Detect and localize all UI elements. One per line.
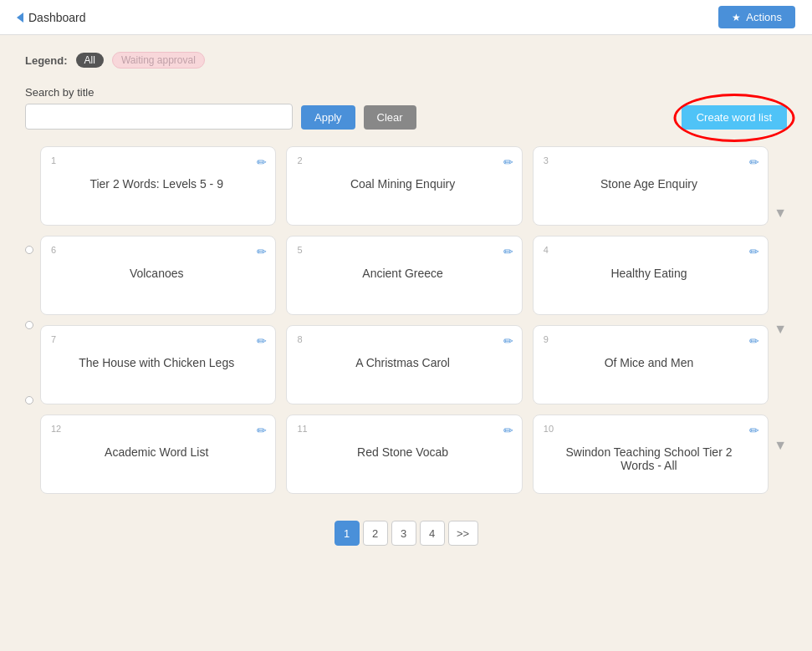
card-edit-icon-3[interactable]: ✏ bbox=[749, 155, 759, 169]
search-section: Search by title Apply Clear Create word … bbox=[25, 85, 787, 130]
card-5[interactable]: 5 ✏ Ancient Greece bbox=[286, 236, 522, 315]
left-scroll-area bbox=[25, 146, 40, 504]
grid-outer: 1 ✏ Tier 2 Words: Levels 5 - 9 2 ✏ Coal … bbox=[25, 146, 787, 504]
page-2-button[interactable]: 2 bbox=[363, 521, 388, 546]
right-scroll-area: ▼ ▼ ▼ bbox=[769, 146, 787, 504]
grid-row-4: 12 ✏ Academic Word List 11 ✏ Red Stone V… bbox=[40, 415, 769, 494]
left-scroll-dot-1[interactable] bbox=[25, 246, 33, 254]
card-number-2: 2 bbox=[297, 155, 302, 165]
right-scroll-arrow-1[interactable]: ▼ bbox=[774, 206, 787, 221]
card-title-11: Red Stone Vocab bbox=[297, 445, 508, 459]
grid-row-2: 6 ✏ Volcanoes 5 ✏ Ancient Greece 4 ✏ Hea… bbox=[40, 236, 769, 315]
card-number-7: 7 bbox=[51, 334, 56, 344]
apply-button[interactable]: Apply bbox=[301, 105, 355, 130]
main-content: Legend: All Waiting approval Search by t… bbox=[0, 35, 812, 562]
page-3-button[interactable]: 3 bbox=[391, 521, 416, 546]
card-title-12: Swindon Teaching School Tier 2 Words - A… bbox=[544, 445, 754, 472]
dashboard-label: Dashboard bbox=[28, 11, 86, 24]
badge-waiting[interactable]: Waiting approval bbox=[112, 52, 205, 69]
card-4[interactable]: 6 ✏ Volcanoes bbox=[40, 236, 276, 315]
dashboard-link[interactable]: Dashboard bbox=[17, 11, 86, 24]
page-next-button[interactable]: >> bbox=[448, 521, 478, 546]
create-word-list-button[interactable]: Create word list bbox=[682, 105, 787, 130]
card-number-3: 3 bbox=[544, 155, 549, 165]
card-7[interactable]: 7 ✏ The House with Chicken Legs bbox=[40, 325, 276, 404]
legend-label: Legend: bbox=[25, 54, 68, 67]
card-12[interactable]: 10 ✏ Swindon Teaching School Tier 2 Word… bbox=[533, 415, 769, 494]
legend-section: Legend: All Waiting approval bbox=[25, 52, 787, 69]
left-scroll-dot-2[interactable] bbox=[25, 321, 33, 329]
card-number-1: 1 bbox=[51, 155, 56, 165]
card-3[interactable]: 3 ✏ Stone Age Enquiry bbox=[533, 146, 769, 226]
clear-button[interactable]: Clear bbox=[364, 105, 416, 130]
card-number-8: 8 bbox=[297, 334, 302, 344]
left-arrows bbox=[25, 246, 37, 404]
card-title-10: Academic Word List bbox=[51, 445, 262, 459]
card-6[interactable]: 4 ✏ Healthy Eating bbox=[533, 236, 769, 315]
back-arrow-icon bbox=[17, 13, 23, 23]
card-edit-icon-2[interactable]: ✏ bbox=[503, 155, 513, 169]
grid-main: 1 ✏ Tier 2 Words: Levels 5 - 9 2 ✏ Coal … bbox=[40, 146, 769, 504]
card-edit-icon-5[interactable]: ✏ bbox=[503, 245, 513, 258]
card-2[interactable]: 2 ✏ Coal Mining Enquiry bbox=[286, 146, 522, 226]
create-word-list-wrapper: Create word list bbox=[682, 105, 787, 130]
card-edit-icon-1[interactable]: ✏ bbox=[257, 155, 267, 169]
card-edit-icon-10[interactable]: ✏ bbox=[257, 424, 267, 437]
page-4-button[interactable]: 4 bbox=[420, 521, 445, 546]
card-number-11: 11 bbox=[297, 424, 307, 434]
card-9[interactable]: 9 ✏ Of Mice and Men bbox=[533, 325, 769, 404]
card-title-1: Tier 2 Words: Levels 5 - 9 bbox=[51, 177, 262, 191]
card-title-9: Of Mice and Men bbox=[544, 356, 754, 369]
page-1-button[interactable]: 1 bbox=[335, 521, 360, 546]
card-number-4: 6 bbox=[51, 245, 56, 255]
right-scroll-arrow-3[interactable]: ▼ bbox=[774, 438, 787, 453]
actions-button[interactable]: Actions bbox=[718, 6, 795, 28]
card-number-5: 5 bbox=[297, 245, 302, 255]
pagination: 1 2 3 4 >> bbox=[25, 521, 787, 546]
card-number-6: 4 bbox=[544, 245, 549, 255]
top-nav: Dashboard Actions bbox=[0, 0, 812, 35]
card-edit-icon-11[interactable]: ✏ bbox=[503, 424, 513, 437]
search-input[interactable] bbox=[25, 104, 293, 130]
card-edit-icon-12[interactable]: ✏ bbox=[749, 424, 759, 437]
right-scroll-arrow-2[interactable]: ▼ bbox=[774, 322, 787, 337]
card-number-12: 10 bbox=[544, 424, 554, 434]
card-edit-icon-9[interactable]: ✏ bbox=[749, 334, 759, 348]
search-row: Apply Clear Create word list bbox=[25, 104, 787, 130]
grid-row-3: 7 ✏ The House with Chicken Legs 8 ✏ A Ch… bbox=[40, 325, 769, 404]
card-title-2: Coal Mining Enquiry bbox=[297, 177, 508, 191]
search-title: Search by title bbox=[25, 86, 94, 99]
card-title-7: The House with Chicken Legs bbox=[51, 356, 262, 369]
card-10[interactable]: 12 ✏ Academic Word List bbox=[40, 415, 276, 494]
card-number-10: 12 bbox=[51, 424, 61, 434]
card-title-3: Stone Age Enquiry bbox=[544, 177, 754, 191]
card-edit-icon-4[interactable]: ✏ bbox=[257, 245, 267, 258]
card-title-6: Healthy Eating bbox=[544, 267, 754, 280]
grid-row-1: 1 ✏ Tier 2 Words: Levels 5 - 9 2 ✏ Coal … bbox=[40, 146, 769, 226]
card-title-8: A Christmas Carol bbox=[297, 356, 508, 369]
card-1[interactable]: 1 ✏ Tier 2 Words: Levels 5 - 9 bbox=[40, 146, 276, 226]
card-edit-icon-6[interactable]: ✏ bbox=[749, 245, 759, 258]
badge-all[interactable]: All bbox=[76, 53, 104, 68]
card-11[interactable]: 11 ✏ Red Stone Vocab bbox=[286, 415, 522, 494]
card-number-9: 9 bbox=[544, 334, 549, 344]
card-8[interactable]: 8 ✏ A Christmas Carol bbox=[286, 325, 522, 404]
card-title-4: Volcanoes bbox=[51, 267, 262, 280]
left-scroll-dot-3[interactable] bbox=[25, 396, 33, 404]
card-edit-icon-7[interactable]: ✏ bbox=[257, 334, 267, 348]
card-title-5: Ancient Greece bbox=[297, 267, 508, 280]
card-edit-icon-8[interactable]: ✏ bbox=[503, 334, 513, 348]
